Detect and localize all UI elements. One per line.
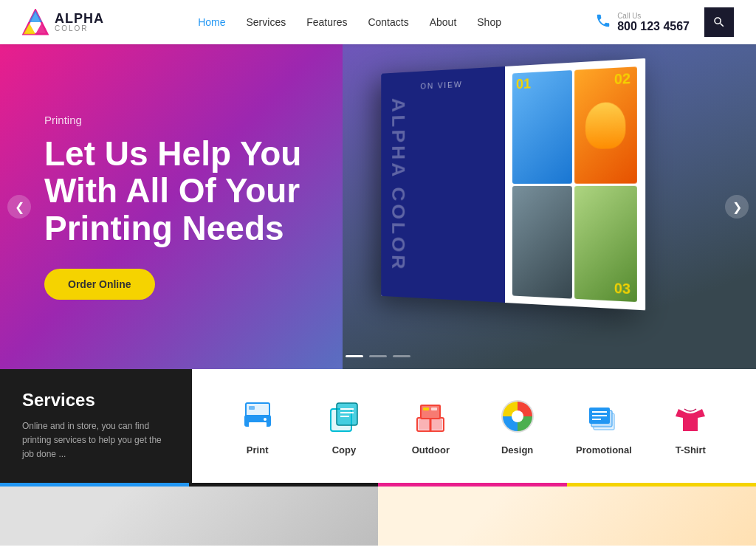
logo-alpha-text: ALPHA [55, 12, 104, 25]
mag-num-03: 03 [614, 281, 630, 298]
promotional-icon [583, 396, 625, 437]
bottom-tease [0, 487, 756, 546]
promotional-label: Promotional [576, 444, 632, 456]
nav-about[interactable]: About [430, 16, 457, 28]
slider-dot-2[interactable] [369, 355, 387, 357]
header: ALPHA COLOR Home Services Features Conta… [0, 0, 756, 44]
tease-image-right [378, 487, 756, 546]
slider-dot-1[interactable] [346, 355, 363, 357]
svg-marker-1 [29, 10, 42, 22]
phone-info: Call Us 800 123 4567 [617, 12, 690, 33]
magazine-left-page: ON VIEW ALPHA COLOR [381, 66, 505, 303]
mag-num-02: 02 [614, 71, 630, 88]
slider-arrow-left[interactable]: ❮ [7, 195, 31, 219]
mag-num-01: 01 [516, 76, 531, 92]
tshirt-icon [670, 396, 711, 437]
copy-icon [323, 396, 365, 437]
hero-content: Printing Let Us Help You With All Of You… [0, 114, 384, 300]
svg-point-23 [512, 410, 523, 422]
hero-section: Printing Let Us Help You With All Of You… [0, 44, 756, 369]
nav-features[interactable]: Features [306, 16, 347, 28]
mag-cell-4: 03 [574, 185, 637, 302]
magazine-mockup: ON VIEW ALPHA COLOR 01 02 03 [372, 66, 638, 317]
mag-cell-3 [512, 185, 571, 298]
svg-point-8 [264, 418, 267, 421]
logo-color-text: COLOR [55, 25, 104, 32]
print-label: Print [247, 444, 269, 456]
hero-subtitle: Printing [44, 114, 340, 126]
service-print[interactable]: Print [228, 396, 287, 456]
svg-rect-10 [337, 403, 357, 425]
slider-arrow-right[interactable]: ❯ [725, 195, 749, 219]
outdoor-label: Outdoor [412, 444, 450, 456]
svg-rect-7 [249, 422, 267, 430]
magazine-title-text: ON VIEW [381, 78, 505, 92]
header-right: Call Us 800 123 4567 [595, 7, 734, 37]
magazine-spread: ON VIEW ALPHA COLOR 01 02 03 [381, 58, 645, 310]
slider-dot-3[interactable] [393, 355, 410, 357]
design-label: Design [501, 444, 533, 456]
hero-title: Let Us Help You With All Of Your Printin… [44, 135, 340, 247]
magazine-person-illustration [585, 102, 625, 149]
phone-icon [595, 13, 611, 32]
svg-rect-21 [431, 408, 437, 410]
order-online-button[interactable]: Order Online [44, 269, 155, 300]
service-tshirt[interactable]: T-Shirt [661, 396, 720, 456]
service-design[interactable]: Design [488, 396, 547, 456]
outdoor-icon [410, 396, 451, 437]
nav-shop[interactable]: Shop [477, 16, 501, 28]
services-section: Services Online and in store, you can fi… [0, 369, 756, 483]
nav-services[interactable]: Services [247, 16, 286, 28]
services-title: Services [22, 390, 170, 410]
print-icon [237, 396, 278, 437]
mag-cell-2: 02 [574, 66, 637, 183]
svg-rect-5 [249, 406, 255, 410]
tshirt-label: T-Shirt [676, 444, 706, 456]
service-promotional[interactable]: Promotional [574, 396, 633, 456]
svg-rect-20 [423, 408, 429, 410]
phone-number: 800 123 4567 [617, 20, 690, 32]
service-outdoor[interactable]: Outdoor [401, 396, 460, 456]
phone-block: Call Us 800 123 4567 [595, 12, 690, 33]
tease-image-left [0, 487, 378, 546]
phone-label: Call Us [617, 12, 690, 20]
logo-icon [22, 9, 49, 35]
main-nav: Home Services Features Contacts About Sh… [198, 16, 501, 28]
nav-contacts[interactable]: Contacts [368, 16, 408, 28]
bottom-tease-inner [0, 487, 756, 546]
copy-label: Copy [332, 444, 357, 456]
magazine-vertical-text: ALPHA COLOR [388, 97, 409, 272]
service-copy[interactable]: Copy [315, 396, 374, 456]
hero-image: ON VIEW ALPHA COLOR 01 02 03 [343, 44, 756, 369]
services-left-panel: Services Online and in store, you can fi… [0, 369, 192, 483]
magazine-right-page: 01 02 03 [505, 58, 645, 310]
mag-cell-1: 01 [512, 70, 571, 183]
design-icon [497, 396, 538, 437]
services-items: Print Copy [192, 369, 756, 483]
search-button[interactable] [704, 7, 734, 37]
nav-home[interactable]: Home [198, 16, 225, 28]
slider-dots [346, 355, 410, 357]
services-description: Online and in store, you can find printi… [22, 419, 170, 462]
logo-text: ALPHA COLOR [55, 12, 104, 32]
logo[interactable]: ALPHA COLOR [22, 9, 104, 35]
